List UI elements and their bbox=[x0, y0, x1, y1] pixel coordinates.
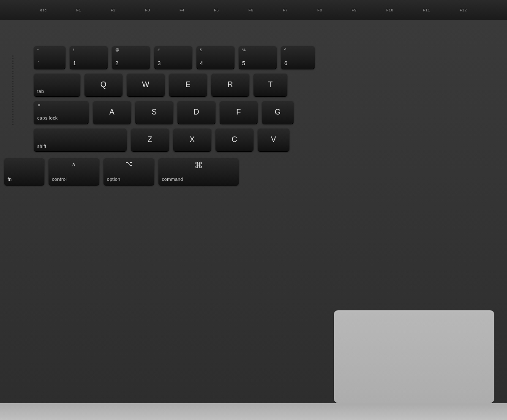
key-q[interactable]: Q bbox=[84, 73, 123, 96]
key-command[interactable]: ⌘ command bbox=[158, 158, 239, 185]
key-option[interactable]: ⌥ option bbox=[104, 158, 154, 185]
key-t[interactable]: T bbox=[254, 73, 287, 96]
key-d[interactable]: D bbox=[177, 101, 215, 124]
touch-bar-label: esc bbox=[40, 8, 47, 12]
trackpad[interactable] bbox=[334, 310, 494, 403]
bottom-strip bbox=[0, 403, 507, 420]
key-backtick[interactable]: ~ ` bbox=[34, 46, 65, 69]
key-6[interactable]: ^ 6 bbox=[281, 46, 315, 69]
capslock-indicator bbox=[38, 104, 40, 106]
key-shift[interactable]: shift bbox=[34, 128, 127, 151]
laptop-body: esc F1 F2 F3 F4 F5 F6 F7 F8 F9 F10 F11 F… bbox=[0, 0, 507, 420]
keyboard: ~ ` ! 1 @ 2 # 3 $ 4 % 5 bbox=[34, 46, 507, 302]
key-control[interactable]: ∧ control bbox=[49, 158, 99, 185]
key-s[interactable]: S bbox=[135, 101, 173, 124]
key-1[interactable]: ! 1 bbox=[70, 46, 108, 69]
key-x[interactable]: X bbox=[173, 128, 211, 151]
key-5[interactable]: % 5 bbox=[239, 46, 277, 69]
key-z[interactable]: Z bbox=[131, 128, 169, 151]
key-4[interactable]: $ 4 bbox=[196, 46, 234, 69]
speaker-left bbox=[6, 54, 19, 335]
key-tab[interactable]: tab bbox=[34, 73, 80, 96]
key-3[interactable]: # 3 bbox=[154, 46, 192, 69]
keyboard-bezel: ~ ` ! 1 @ 2 # 3 $ 4 % 5 bbox=[0, 20, 507, 420]
touch-bar: esc F1 F2 F3 F4 F5 F6 F7 F8 F9 F10 F11 F… bbox=[0, 0, 507, 20]
key-w[interactable]: W bbox=[127, 73, 165, 96]
key-fn[interactable]: fn bbox=[4, 158, 44, 185]
key-r[interactable]: R bbox=[211, 73, 249, 96]
key-c[interactable]: C bbox=[215, 128, 254, 151]
key-capslock[interactable]: caps lock bbox=[34, 101, 89, 124]
key-a[interactable]: A bbox=[93, 101, 131, 124]
key-f[interactable]: F bbox=[220, 101, 258, 124]
key-g[interactable]: G bbox=[262, 101, 294, 124]
key-2[interactable]: @ 2 bbox=[112, 46, 150, 69]
key-v[interactable]: V bbox=[258, 128, 289, 151]
key-e[interactable]: E bbox=[169, 73, 207, 96]
